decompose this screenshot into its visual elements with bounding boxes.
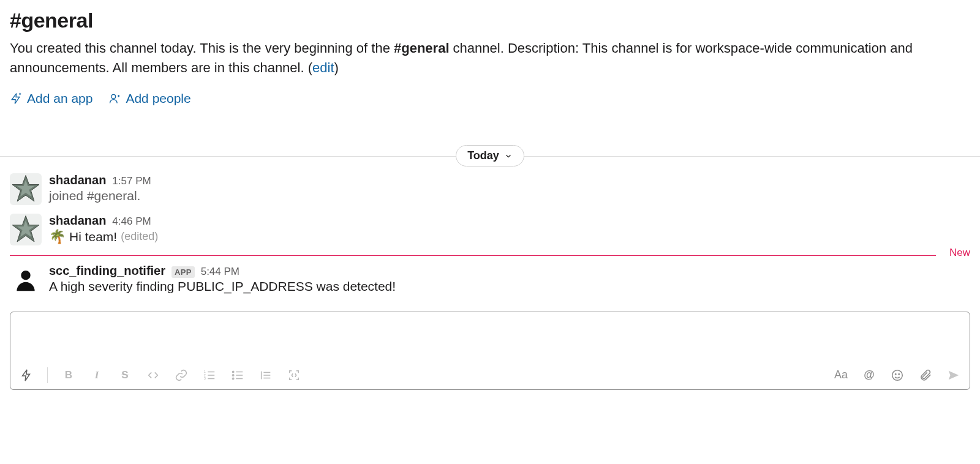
bullet-list-icon (231, 369, 244, 382)
timestamp[interactable]: 5:44 PM (201, 266, 239, 278)
toolbar-separator (47, 367, 48, 383)
message-row: scc_finding_notifier APP 5:44 PM A high … (10, 260, 970, 301)
person-plus-icon (108, 92, 121, 105)
message-text: 🌴 Hi team! (edited) (49, 229, 970, 245)
bullet-list-button[interactable] (230, 368, 245, 383)
blockquote-button[interactable] (258, 368, 273, 383)
desc-text-prefix: You created this channel today. This is … (10, 40, 394, 56)
toolbar-left: B I S 123 (19, 367, 301, 383)
svg-point-19 (232, 371, 233, 372)
channel-title: #general (10, 9, 970, 32)
app-badge: APP (172, 266, 195, 278)
chevron-down-icon (504, 152, 513, 160)
message-row: shadanan 1:57 PM joined #general. (10, 170, 970, 210)
shortcuts-button[interactable] (19, 368, 34, 383)
lightning-plus-icon (10, 92, 22, 105)
add-people-label: Add people (126, 91, 190, 106)
svg-point-26 (892, 370, 903, 381)
message-list: shadanan 1:57 PM joined #general. shadan… (0, 170, 980, 301)
composer-input[interactable] (10, 312, 970, 367)
new-divider-line (10, 255, 936, 256)
edited-label: (edited) (121, 230, 158, 243)
svg-point-27 (895, 373, 896, 374)
ordered-list-button[interactable]: 123 (202, 368, 217, 383)
date-pill-button[interactable]: Today (456, 145, 524, 167)
strikethrough-button[interactable]: S (118, 368, 132, 383)
blockquote-icon (259, 369, 273, 382)
message-header: shadanan 4:46 PM (49, 214, 970, 228)
composer-toolbar: B I S 123 Aa @ (10, 367, 970, 389)
message-composer: B I S 123 Aa @ (10, 312, 970, 390)
smiley-icon (891, 369, 904, 382)
date-pill-label: Today (467, 149, 499, 162)
channel-description: You created this channel today. This is … (10, 39, 929, 78)
message-text-content: joined #general. (49, 189, 140, 203)
message-row: shadanan 4:46 PM 🌴 Hi team! (edited) (10, 210, 970, 250)
avatar[interactable] (10, 264, 42, 296)
paperclip-icon (919, 369, 932, 382)
emoji-button[interactable] (890, 368, 905, 383)
edit-description-link[interactable]: edit (312, 60, 334, 75)
desc-text-suffix: ) (334, 60, 339, 75)
message-text-content: Hi team! (69, 230, 117, 244)
username[interactable]: shadanan (49, 173, 106, 187)
message-header: shadanan 1:57 PM (49, 173, 970, 187)
avatar[interactable] (10, 214, 42, 245)
send-icon (947, 369, 960, 382)
mention-button[interactable]: @ (862, 368, 876, 383)
attach-button[interactable] (918, 368, 933, 383)
bold-button[interactable]: B (61, 368, 76, 383)
message-text: joined #general. (49, 189, 970, 203)
silhouette-avatar-icon (12, 266, 39, 293)
desc-channel-name: #general (394, 40, 450, 56)
italic-button[interactable]: I (89, 368, 104, 383)
svg-point-2 (111, 94, 116, 99)
new-divider-label: New (943, 247, 970, 259)
add-app-label: Add an app (27, 91, 92, 106)
code-block-icon (287, 369, 301, 382)
message-text: A high severity finding PUBLIC_IP_ADDRES… (49, 279, 970, 294)
lightning-icon (20, 369, 33, 382)
add-app-button[interactable]: Add an app (10, 91, 92, 106)
star-avatar-icon (10, 174, 41, 204)
svg-point-28 (899, 373, 899, 374)
channel-header: #general You created this channel today.… (0, 0, 980, 111)
avatar[interactable] (10, 173, 42, 205)
palm-tree-emoji: 🌴 (49, 229, 66, 245)
link-icon (175, 369, 188, 382)
timestamp[interactable]: 4:46 PM (112, 215, 151, 228)
channel-action-links: Add an app Add people (10, 91, 970, 106)
message-body: shadanan 1:57 PM joined #general. (49, 173, 970, 205)
svg-point-21 (232, 378, 233, 379)
svg-point-9 (21, 271, 30, 280)
message-body: scc_finding_notifier APP 5:44 PM A high … (49, 264, 970, 296)
send-button[interactable] (946, 368, 961, 383)
code-block-button[interactable] (287, 368, 301, 383)
format-toggle-button[interactable]: Aa (834, 368, 848, 383)
code-button[interactable] (146, 368, 160, 383)
timestamp[interactable]: 1:57 PM (112, 175, 151, 187)
link-button[interactable] (174, 368, 189, 383)
message-text-content: A high severity finding PUBLIC_IP_ADDRES… (49, 279, 396, 294)
toolbar-right: Aa @ (834, 368, 961, 383)
date-divider: Today (0, 143, 980, 170)
code-icon (146, 369, 160, 382)
username[interactable]: shadanan (49, 214, 106, 228)
username[interactable]: scc_finding_notifier (49, 264, 165, 278)
svg-point-20 (232, 375, 233, 376)
svg-text:3: 3 (204, 376, 206, 380)
star-avatar-icon (10, 214, 41, 245)
message-body: shadanan 4:46 PM 🌴 Hi team! (edited) (49, 214, 970, 245)
ordered-list-icon: 123 (203, 369, 216, 382)
add-people-button[interactable]: Add people (108, 91, 190, 106)
new-messages-divider: New (0, 250, 980, 260)
message-header: scc_finding_notifier APP 5:44 PM (49, 264, 970, 278)
